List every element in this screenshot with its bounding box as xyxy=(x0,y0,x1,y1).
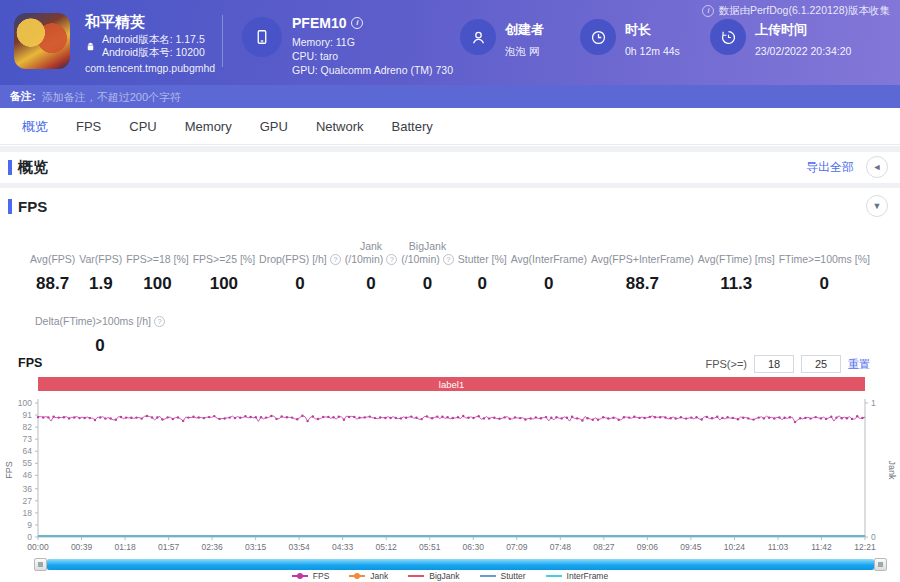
note-input[interactable] xyxy=(42,91,462,103)
tab-bar: 概览FPSCPUMemoryGPUNetworkBattery xyxy=(0,108,900,145)
upload-time-value: 23/02/2022 20:34:20 xyxy=(755,45,851,57)
android-version-code: Android版本号: 10200 xyxy=(102,46,205,59)
tab-gpu[interactable]: GPU xyxy=(246,108,302,144)
app-package: com.tencent.tmgp.pubgmhd xyxy=(85,62,215,74)
fps-threshold-controls: FPS(>=) 重置 xyxy=(705,355,870,373)
svg-text:Jank: Jank xyxy=(887,460,897,480)
legend-item-fps[interactable]: FPS xyxy=(292,571,330,581)
svg-text:11:03: 11:03 xyxy=(768,542,789,552)
help-icon[interactable]: ? xyxy=(154,316,165,327)
help-icon[interactable]: ? xyxy=(386,254,397,265)
info-icon: i xyxy=(702,5,714,17)
reset-link[interactable]: 重置 xyxy=(848,357,870,372)
chart-legend: FPSJankBigJankStutterInterFrame xyxy=(0,571,900,581)
svg-text:11:42: 11:42 xyxy=(811,542,832,552)
svg-text:100: 100 xyxy=(18,398,32,408)
scrollbar-track[interactable] xyxy=(47,559,874,570)
tab-memory[interactable]: Memory xyxy=(171,108,246,144)
svg-text:FPS: FPS xyxy=(4,461,14,479)
tab-概览[interactable]: 概览 xyxy=(8,108,62,144)
collapse-down-button[interactable]: ▼ xyxy=(866,195,888,217)
device-gpu: GPU: Qualcomm Adreno (TM) 730 xyxy=(292,64,453,76)
overview-title: 概览 xyxy=(18,158,48,177)
tab-battery[interactable]: Battery xyxy=(378,108,447,144)
svg-text:03:54: 03:54 xyxy=(289,542,311,552)
svg-text:08:27: 08:27 xyxy=(593,542,615,552)
note-label: 备注: xyxy=(10,89,36,104)
annotation-band-label: label1 xyxy=(439,379,464,390)
svg-text:36: 36 xyxy=(23,484,33,494)
help-icon[interactable]: ? xyxy=(330,254,341,265)
device-icon xyxy=(242,17,282,57)
export-all-link[interactable]: 导出全部 xyxy=(806,159,854,176)
svg-text:09:06: 09:06 xyxy=(637,542,659,552)
svg-text:09:45: 09:45 xyxy=(680,542,702,552)
fps-line-chart[interactable]: 100918273645546362718901000:0000:3901:18… xyxy=(0,392,900,556)
device-info-icon[interactable]: i xyxy=(351,17,363,29)
overview-section-header: 概览 导出全部 ◄ xyxy=(0,152,900,182)
separator-band xyxy=(0,183,900,188)
metric-cell: Avg(FTime) [ms]11.3 xyxy=(698,240,775,294)
delta-metric: Delta(FTime)>100ms [/h] ? 0 xyxy=(30,302,170,356)
svg-text:07:48: 07:48 xyxy=(550,542,572,552)
section-accent-bar xyxy=(8,160,12,175)
tab-cpu[interactable]: CPU xyxy=(115,108,170,144)
metric-cell: Jank(/10min)?0 xyxy=(345,240,398,294)
tab-network[interactable]: Network xyxy=(302,108,378,144)
app-title: 和平精英 xyxy=(85,13,145,32)
legend-item-bigjank[interactable]: BigJank xyxy=(408,571,459,581)
svg-text:73: 73 xyxy=(23,434,33,444)
collapse-left-button[interactable]: ◄ xyxy=(866,156,888,178)
banner-divider xyxy=(222,15,223,67)
metric-cell: Avg(FPS+InterFrame)88.7 xyxy=(591,240,694,294)
delta-metric-value: 0 xyxy=(95,336,104,356)
device-name: PFEM10 i xyxy=(292,15,363,31)
svg-text:06:30: 06:30 xyxy=(463,542,485,552)
app-icon xyxy=(14,13,70,69)
metric-cell: Avg(FPS)88.7 xyxy=(30,240,75,294)
collect-info: i 数据由PerfDog(6.1.220128)版本收集 xyxy=(702,4,890,18)
android-icon xyxy=(85,41,96,52)
svg-text:0: 0 xyxy=(871,532,876,542)
svg-text:02:36: 02:36 xyxy=(201,542,223,552)
delta-metric-label: Delta(FTime)>100ms [/h] xyxy=(35,315,151,328)
annotation-band[interactable]: label1 xyxy=(38,377,865,391)
note-bar: 备注: xyxy=(0,85,900,108)
help-icon[interactable]: ? xyxy=(443,254,454,265)
scrollbar-right-handle[interactable] xyxy=(874,558,887,571)
svg-text:1: 1 xyxy=(871,398,876,408)
svg-text:01:57: 01:57 xyxy=(158,542,180,552)
fps-section-title: FPS xyxy=(18,198,47,215)
svg-text:03:15: 03:15 xyxy=(245,542,267,552)
svg-text:12:21: 12:21 xyxy=(854,542,876,552)
svg-text:55: 55 xyxy=(23,458,33,468)
duration-value: 0h 12m 44s xyxy=(625,45,680,57)
upload-time-label: 上传时间 xyxy=(755,21,851,39)
threshold-low-input[interactable] xyxy=(754,355,794,373)
duration-icon xyxy=(580,19,616,55)
svg-text:10:24: 10:24 xyxy=(724,542,746,552)
scrollbar-left-handle[interactable] xyxy=(34,558,47,571)
android-version-block: Android版本名: 1.17.5 Android版本号: 10200 xyxy=(85,33,205,59)
svg-text:04:33: 04:33 xyxy=(332,542,354,552)
svg-text:07:09: 07:09 xyxy=(506,542,528,552)
legend-item-interframe[interactable]: InterFrame xyxy=(546,571,609,581)
header-banner: 和平精英 Android版本名: 1.17.5 Android版本号: 1020… xyxy=(0,0,900,85)
legend-item-jank[interactable]: Jank xyxy=(349,571,388,581)
svg-text:00:00: 00:00 xyxy=(27,542,49,552)
fps-section-header: FPS ▼ xyxy=(0,190,900,222)
device-memory: Memory: 11G xyxy=(292,36,355,48)
metric-cell: Stutter [%]0 xyxy=(458,240,507,294)
creator-icon xyxy=(460,19,496,55)
creator-value: 泡泡 网 xyxy=(505,45,544,59)
tab-fps[interactable]: FPS xyxy=(62,108,115,144)
threshold-high-input[interactable] xyxy=(801,355,841,373)
svg-text:05:51: 05:51 xyxy=(419,542,441,552)
creator-label: 创建者 xyxy=(505,21,544,39)
metric-cell: BigJank(/10min)?0 xyxy=(401,240,454,294)
svg-text:01:18: 01:18 xyxy=(114,542,136,552)
threshold-label: FPS(>=) xyxy=(705,358,747,370)
svg-text:64: 64 xyxy=(23,446,33,456)
legend-item-stutter[interactable]: Stutter xyxy=(480,571,526,581)
duration-label: 时长 xyxy=(625,21,680,39)
